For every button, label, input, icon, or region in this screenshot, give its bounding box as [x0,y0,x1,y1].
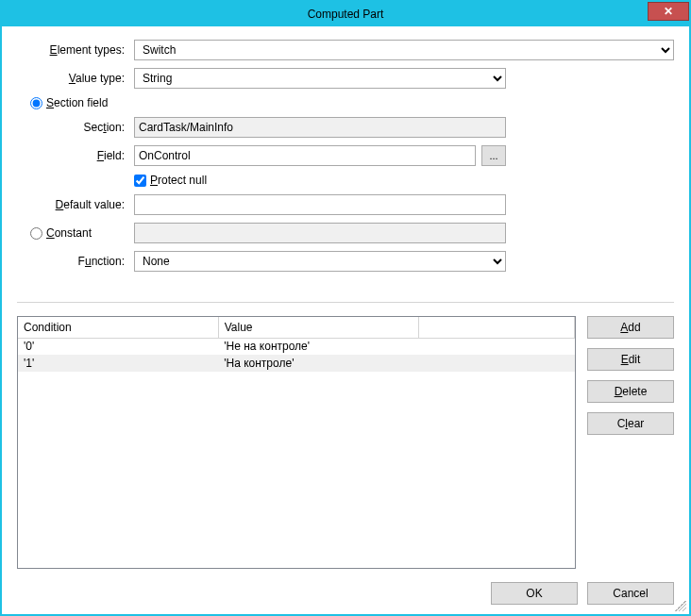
resize-grip-icon[interactable] [675,600,686,611]
conditions-table: Condition Value '0' 'Не на контроле' '1' [18,317,575,372]
cell-condition: '0' [18,338,218,355]
label-section-field: Section field [46,96,108,109]
dialog-window: Computed Part ✕ Element types: Switch [0,0,691,616]
close-icon: ✕ [664,5,673,18]
label-function: Function: [78,255,125,268]
cell-value: 'Не на контроле' [218,338,418,355]
value-type-select[interactable]: String [134,68,506,89]
titlebar: Computed Part ✕ [2,2,689,26]
protect-null-checkbox[interactable] [134,175,146,187]
default-value-input[interactable] [134,194,506,215]
conditions-table-wrap[interactable]: Condition Value '0' 'Не на контроле' '1' [17,316,576,569]
add-button[interactable]: Add [587,316,674,339]
radio-section-field[interactable] [30,97,42,109]
footer: OK Cancel [17,569,674,605]
table-body: '0' 'Не на контроле' '1' 'На контроле' [18,338,575,372]
cell-value: 'На контроле' [218,355,418,372]
col-value[interactable]: Value [218,317,418,338]
delete-button[interactable]: Delete [587,380,674,403]
separator [17,302,674,303]
label-field: Field: [97,149,125,162]
table-row[interactable]: '1' 'На контроле' [18,355,575,372]
element-types-select[interactable]: Switch [134,40,674,60]
lower-area: Condition Value '0' 'Не на контроле' '1' [17,316,674,569]
section-input [134,117,506,138]
form-area: Element types: Switch Value type: String [17,40,674,279]
field-input[interactable] [134,145,476,166]
table-row[interactable]: '0' 'Не на контроле' [18,338,575,355]
cancel-button[interactable]: Cancel [587,582,674,605]
ellipsis-icon: ... [489,150,497,161]
label-default-value: Default value: [56,198,125,211]
col-spacer [418,317,574,338]
window-title: Computed Part [2,8,689,21]
col-condition[interactable]: Condition [18,317,218,338]
constant-input [134,223,506,243]
edit-button[interactable]: Edit [587,348,674,371]
function-select[interactable]: None [134,251,506,272]
content-area: Element types: Switch Value type: String [2,26,689,614]
clear-button[interactable]: Clear [587,412,674,435]
label-constant: Constant [46,226,92,240]
cell-condition: '1' [18,355,218,372]
side-buttons: Add Edit Delete Clear [587,316,674,569]
label-section: Section: [84,121,125,134]
label-value-type: Value type: [69,72,125,85]
close-button[interactable]: ✕ [648,2,689,21]
label-element-types: Element types: [50,43,125,57]
ok-button[interactable]: OK [491,582,578,605]
label-protect-null: Protect null [150,174,207,187]
radio-constant[interactable] [30,227,42,240]
field-browse-button[interactable]: ... [481,145,506,166]
